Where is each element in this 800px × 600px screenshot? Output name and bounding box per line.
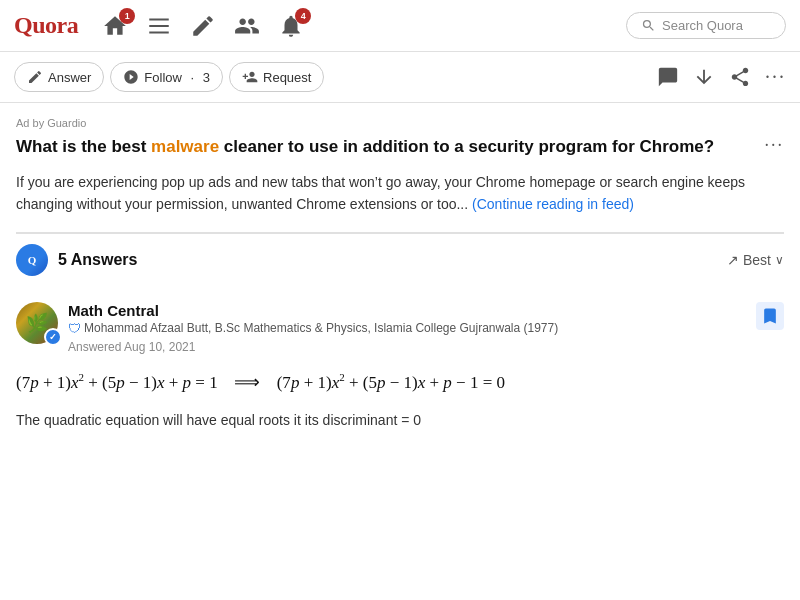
ad-header: What is the best malware cleaner to use …: [16, 135, 784, 169]
action-bar-right: ···: [657, 66, 786, 89]
answers-avatar: Q: [16, 244, 48, 276]
answer-label: Answer: [48, 70, 91, 85]
search-box[interactable]: Search Quora: [626, 12, 786, 39]
answer-credentials: 🛡 Mohammad Afzaal Butt, B.Sc Mathematics…: [68, 319, 756, 339]
credential-shield-icon: 🛡: [68, 319, 81, 339]
sort-arrow-up: ↗: [727, 252, 739, 268]
math-equation: (7p + 1)x2 + (5p − 1)x + p = 1 ⟹ (7p + 1…: [16, 366, 784, 399]
ad-title: What is the best malware cleaner to use …: [16, 135, 714, 159]
answer-date: Answered Aug 10, 2021: [68, 340, 756, 354]
quora-logo[interactable]: Quora: [14, 12, 78, 39]
follow-label: Follow: [144, 70, 182, 85]
people-svg: [234, 13, 260, 39]
comment-icon[interactable]: [657, 66, 679, 88]
follow-icon: [123, 69, 139, 85]
people-icon[interactable]: [234, 13, 260, 39]
bell-badge: 4: [295, 8, 311, 24]
home-icon[interactable]: 1: [102, 13, 128, 39]
implies-arrow: ⟹: [234, 372, 260, 392]
search-icon: [641, 18, 656, 33]
answer-save-icon[interactable]: [756, 302, 784, 330]
answer-body-text: The quadratic equation will have equal r…: [16, 409, 784, 431]
answer-author[interactable]: Math Central: [68, 302, 756, 319]
ad-body-text: If you are experiencing pop up ads and n…: [16, 174, 745, 212]
avatar-wrap: 🌿 ✓: [16, 302, 58, 344]
request-icon: [242, 69, 258, 85]
ad-title-post: cleaner to use in addition to a security…: [219, 137, 714, 156]
ad-title-pre: What is the best: [16, 137, 151, 156]
action-bar: Answer Follow · 3 Request ···: [0, 52, 800, 103]
list-svg: [146, 13, 172, 39]
ad-title-highlight: malware: [151, 137, 219, 156]
bookmark-icon: [760, 306, 780, 326]
main-content: Ad by Guardio What is the best malware c…: [0, 103, 800, 445]
more-options-button[interactable]: ···: [765, 66, 786, 89]
list-icon[interactable]: [146, 13, 172, 39]
ad-label: Ad by Guardio: [16, 117, 784, 129]
answers-bar: Q 5 Answers ↗ Best ∨: [16, 233, 784, 286]
top-nav: Quora 1 4: [0, 0, 800, 52]
answer-button[interactable]: Answer: [14, 62, 104, 92]
answer-icon: [27, 69, 43, 85]
answers-count: 5 Answers: [58, 251, 727, 269]
request-button[interactable]: Request: [229, 62, 324, 92]
sort-dropdown[interactable]: ↗ Best ∨: [727, 252, 784, 268]
request-label: Request: [263, 70, 311, 85]
follow-button[interactable]: Follow · 3: [110, 62, 223, 92]
home-badge: 1: [119, 8, 135, 24]
follow-count: 3: [203, 70, 210, 85]
search-placeholder: Search Quora: [662, 18, 743, 33]
edit-icon[interactable]: [190, 13, 216, 39]
credential-badge: ✓: [44, 328, 62, 346]
answer-header: 🌿 ✓ Math Central 🛡 Mohammad Afzaal Butt,…: [16, 302, 784, 355]
answer-card: 🌿 ✓ Math Central 🛡 Mohammad Afzaal Butt,…: [16, 302, 784, 431]
ad-more-options[interactable]: ···: [765, 135, 785, 156]
edit-svg: [190, 13, 216, 39]
nav-icons: 1 4: [102, 13, 612, 39]
downvote-icon[interactable]: [693, 66, 715, 88]
answer-meta: Math Central 🛡 Mohammad Afzaal Butt, B.S…: [68, 302, 756, 355]
ad-body: If you are experiencing pop up ads and n…: [16, 171, 784, 216]
continue-reading-link[interactable]: (Continue reading in feed): [472, 196, 634, 212]
credentials-text: Mohammad Afzaal Butt, B.Sc Mathematics &…: [84, 319, 558, 337]
sort-label: Best: [743, 252, 771, 268]
sort-chevron: ∨: [775, 253, 784, 267]
bell-icon[interactable]: 4: [278, 13, 304, 39]
ad-section: Ad by Guardio What is the best malware c…: [16, 117, 784, 216]
share-icon[interactable]: [729, 66, 751, 88]
